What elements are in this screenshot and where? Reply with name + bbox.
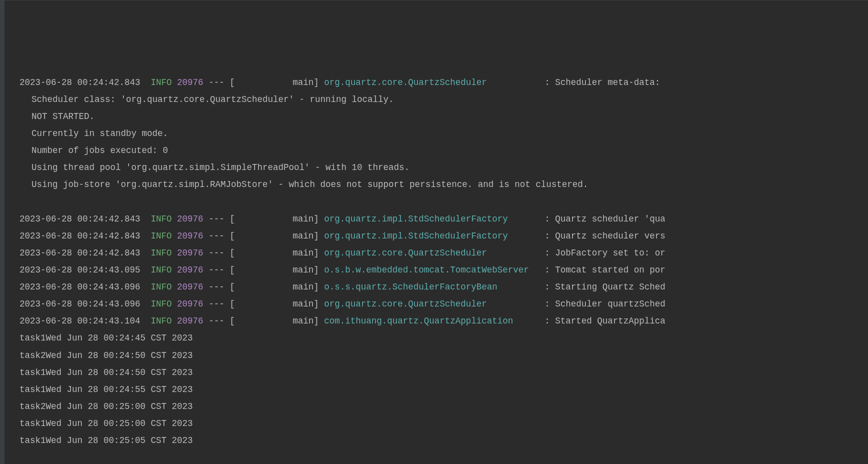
log-level: INFO xyxy=(151,265,172,275)
log-timestamp: 2023-06-28 00:24:43.095 xyxy=(20,265,140,275)
log-text: task1Wed Jun 28 00:24:45 CST 2023 xyxy=(20,333,193,343)
log-separator: --- xyxy=(208,282,224,292)
log-line[interactable]: 2023-06-28 00:24:42.843 INFO 20976 --- [… xyxy=(20,210,868,228)
log-level: INFO xyxy=(151,214,172,224)
log-message: Quartz scheduler vers xyxy=(555,231,666,241)
log-line[interactable]: Currently in standby mode. xyxy=(20,125,868,142)
log-timestamp: 2023-06-28 00:24:42.843 xyxy=(20,214,140,224)
log-message: Scheduler meta-data: xyxy=(555,78,660,88)
log-message: Starting Quartz Sched xyxy=(555,282,666,292)
log-text: Scheduler class: 'org.quartz.core.Quartz… xyxy=(32,94,394,104)
log-level: INFO xyxy=(151,282,172,292)
log-line[interactable]: Number of jobs executed: 0 xyxy=(20,142,868,159)
log-pid: 20976 xyxy=(177,214,204,224)
log-text: NOT STARTED. xyxy=(32,112,94,122)
log-logger: org.quartz.core.QuartzScheduler xyxy=(324,78,540,88)
log-timestamp: 2023-06-28 00:24:42.843 xyxy=(20,248,140,258)
log-logger: org.quartz.impl.StdSchedulerFactory xyxy=(324,231,540,241)
log-thread: [ main] xyxy=(230,282,319,292)
log-separator: --- xyxy=(208,214,224,224)
log-text: task1Wed Jun 28 00:25:00 CST 2023 xyxy=(20,418,193,428)
log-pid: 20976 xyxy=(177,265,204,275)
log-pid: 20976 xyxy=(177,231,204,241)
log-message: Quartz scheduler 'qua xyxy=(555,214,666,224)
log-line[interactable]: task1Wed Jun 28 00:24:50 CST 2023 xyxy=(20,364,868,381)
log-pid: 20976 xyxy=(177,78,204,88)
log-line[interactable]: task1Wed Jun 28 00:24:45 CST 2023 xyxy=(20,330,868,346)
log-logger: org.quartz.impl.StdSchedulerFactory xyxy=(324,214,540,224)
log-line[interactable]: task1Wed Jun 28 00:24:55 CST 2023 xyxy=(20,381,868,398)
log-colon: : xyxy=(544,231,550,241)
log-logger: org.quartz.core.QuartzScheduler xyxy=(324,248,540,258)
log-line[interactable]: task1Wed Jun 28 00:25:05 CST 2023 xyxy=(20,432,868,449)
log-line[interactable]: 2023-06-28 00:24:42.843 INFO 20976 --- [… xyxy=(20,74,868,91)
log-text: Number of jobs executed: 0 xyxy=(32,146,168,156)
log-message: Started QuartzApplica xyxy=(555,316,666,326)
log-separator: --- xyxy=(208,299,224,309)
log-colon: : xyxy=(544,299,550,309)
log-separator: --- xyxy=(208,78,224,88)
log-separator: --- xyxy=(208,231,224,241)
log-line[interactable]: Using thread pool 'org.quartz.simpl.Simp… xyxy=(20,159,868,176)
log-text: Currently in standby mode. xyxy=(32,128,168,138)
log-logger: o.s.s.quartz.SchedulerFactoryBean xyxy=(324,282,540,292)
log-text: Using job-store 'org.quartz.simpl.RAMJob… xyxy=(32,180,588,190)
log-colon: : xyxy=(544,282,550,292)
log-logger: com.ithuang.quartz.QuartzApplication xyxy=(324,316,540,326)
log-level: INFO xyxy=(151,78,172,88)
log-thread: [ main] xyxy=(230,265,319,275)
log-level: INFO xyxy=(151,316,172,326)
log-line[interactable]: 2023-06-28 00:24:43.095 INFO 20976 --- [… xyxy=(20,262,868,278)
log-line[interactable]: task2Wed Jun 28 00:25:00 CST 2023 xyxy=(20,398,868,415)
log-line[interactable]: 2023-06-28 00:24:43.096 INFO 20976 --- [… xyxy=(20,278,868,296)
log-thread: [ main] xyxy=(230,299,319,309)
log-separator: --- xyxy=(208,265,224,275)
log-thread: [ main] xyxy=(230,248,319,258)
log-thread: [ main] xyxy=(230,316,319,326)
log-message: Scheduler quartzSched xyxy=(555,299,666,309)
log-line[interactable]: task2Wed Jun 28 00:24:50 CST 2023 xyxy=(20,347,868,364)
log-level: INFO xyxy=(151,248,172,258)
log-line[interactable]: Using job-store 'org.quartz.simpl.RAMJob… xyxy=(20,176,868,193)
log-colon: : xyxy=(544,78,550,88)
log-text: task2Wed Jun 28 00:25:00 CST 2023 xyxy=(20,402,193,412)
log-thread: [ main] xyxy=(230,214,319,224)
log-timestamp: 2023-06-28 00:24:42.843 xyxy=(20,78,140,88)
log-line[interactable]: 2023-06-28 00:24:43.096 INFO 20976 --- [… xyxy=(20,296,868,312)
log-line[interactable]: 2023-06-28 00:24:43.104 INFO 20976 --- [… xyxy=(20,312,868,330)
log-logger: org.quartz.core.QuartzScheduler xyxy=(324,299,540,309)
log-text: task1Wed Jun 28 00:25:05 CST 2023 xyxy=(20,436,193,446)
log-text: task1Wed Jun 28 00:24:50 CST 2023 xyxy=(20,368,193,378)
log-text: task1Wed Jun 28 00:24:55 CST 2023 xyxy=(20,384,193,394)
log-pid: 20976 xyxy=(177,316,204,326)
log-line[interactable]: NOT STARTED. xyxy=(20,108,868,125)
log-logger: o.s.b.w.embedded.tomcat.TomcatWebServer xyxy=(324,265,540,275)
log-thread: [ main] xyxy=(230,231,319,241)
log-level: INFO xyxy=(151,231,172,241)
log-timestamp: 2023-06-28 00:24:43.096 xyxy=(20,282,140,292)
log-level: INFO xyxy=(151,299,172,309)
log-timestamp: 2023-06-28 00:24:42.843 xyxy=(20,231,140,241)
log-line[interactable]: 2023-06-28 00:24:42.843 INFO 20976 --- [… xyxy=(20,244,868,262)
log-colon: : xyxy=(544,248,550,258)
log-pid: 20976 xyxy=(177,299,204,309)
log-text: task2Wed Jun 28 00:24:50 CST 2023 xyxy=(20,350,193,360)
log-separator: --- xyxy=(208,316,224,326)
log-thread: [ main] xyxy=(230,78,319,88)
log-timestamp: 2023-06-28 00:24:43.096 xyxy=(20,299,140,309)
log-pid: 20976 xyxy=(177,282,204,292)
log-pid: 20976 xyxy=(177,248,204,258)
log-line[interactable] xyxy=(20,193,868,210)
log-message: JobFactory set to: or xyxy=(555,248,666,258)
log-text: Using thread pool 'org.quartz.simpl.Simp… xyxy=(32,162,410,172)
log-line[interactable]: 2023-06-28 00:24:42.843 INFO 20976 --- [… xyxy=(20,228,868,244)
console-output[interactable]: 2023-06-28 00:24:42.843 INFO 20976 --- [… xyxy=(20,74,868,450)
log-line[interactable]: Scheduler class: 'org.quartz.core.Quartz… xyxy=(20,91,868,108)
log-separator: --- xyxy=(208,248,224,258)
log-line[interactable]: task1Wed Jun 28 00:25:00 CST 2023 xyxy=(20,415,868,432)
log-colon: : xyxy=(544,214,550,224)
log-colon: : xyxy=(544,265,550,275)
log-message: Tomcat started on por xyxy=(555,265,666,275)
log-colon: : xyxy=(544,316,550,326)
log-timestamp: 2023-06-28 00:24:43.104 xyxy=(20,316,140,326)
